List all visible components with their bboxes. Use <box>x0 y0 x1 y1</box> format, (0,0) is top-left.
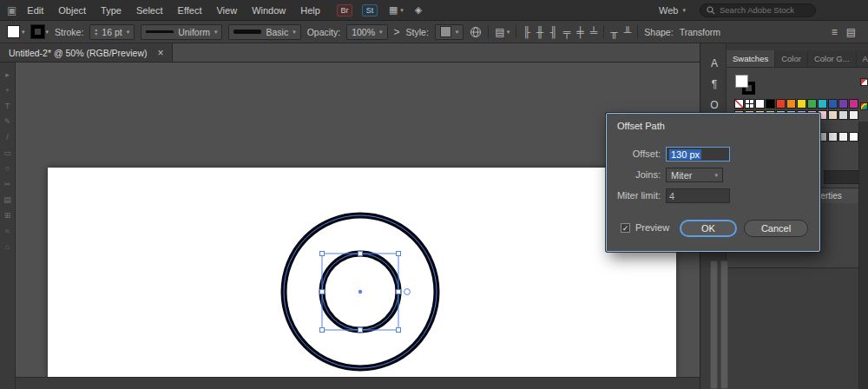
search-input[interactable] <box>720 5 809 15</box>
brush-dropdown[interactable]: Basic ▾ <box>228 24 300 40</box>
libraries-panel-icon[interactable] <box>860 78 868 86</box>
hamburger-menu-icon[interactable]: ≡ <box>832 26 838 38</box>
swatch[interactable] <box>755 99 765 109</box>
stock-icon[interactable]: St <box>362 4 378 16</box>
swatch[interactable] <box>818 99 827 109</box>
selection-handle-sw[interactable] <box>320 328 325 333</box>
swatch[interactable] <box>828 132 838 142</box>
selection-handle-s[interactable] <box>358 328 363 333</box>
close-icon[interactable]: × <box>157 48 163 58</box>
selection-tool[interactable]: ▸ <box>5 71 10 79</box>
tab-color-guide[interactable]: Color G... <box>808 50 857 68</box>
offset-input[interactable]: 130 px <box>666 147 730 162</box>
menu-effect[interactable]: Effect <box>171 0 209 21</box>
fill-proxy-icon[interactable] <box>735 75 748 88</box>
swatch[interactable] <box>849 110 858 120</box>
color-themes-panel-icon[interactable] <box>860 102 868 110</box>
fill-color-control[interactable]: ▾ <box>7 25 25 38</box>
width-profile-dropdown[interactable]: Uniform ▾ <box>141 24 222 40</box>
selection-handle-w[interactable] <box>320 290 325 294</box>
distribute-horizontal-icon[interactable]: ╨ <box>624 26 632 38</box>
swatch-registration-icon[interactable] <box>745 99 754 109</box>
selection-handle-ne[interactable] <box>397 252 401 256</box>
opacity-dropdown[interactable]: 100% ▾ <box>346 24 387 40</box>
preview-checkbox[interactable]: ✓ <box>621 223 630 233</box>
pen-tool[interactable]: ✎ <box>4 118 11 126</box>
align-middle-icon[interactable]: ╪ <box>576 26 584 38</box>
horizontal-scrollbar-track[interactable] <box>16 377 700 389</box>
swatch[interactable] <box>828 110 838 120</box>
dock-divider-bar[interactable] <box>710 260 718 389</box>
swatch[interactable] <box>766 99 775 109</box>
dock-divider-bar[interactable] <box>720 260 728 389</box>
type-tool[interactable]: T <box>5 102 10 110</box>
live-shape-widget[interactable] <box>404 289 411 295</box>
transform-link[interactable]: Transform <box>680 27 720 37</box>
direct-selection-tool[interactable]: + <box>5 87 10 95</box>
swatch[interactable] <box>849 99 858 109</box>
fill-swatch <box>7 25 20 38</box>
share-icon[interactable]: ◈ <box>415 4 422 16</box>
ellipse-tool[interactable]: ○ <box>5 165 10 173</box>
menu-help[interactable]: Help <box>293 0 327 21</box>
tab-color[interactable]: Color <box>775 50 808 68</box>
center-point[interactable] <box>358 290 362 293</box>
tab-align[interactable]: Align <box>857 50 868 68</box>
opentype-panel-icon[interactable]: O <box>707 99 722 113</box>
menu-view[interactable]: View <box>209 0 244 21</box>
miter-limit-input[interactable]: 4 <box>666 188 730 203</box>
menu-window[interactable]: Window <box>245 0 293 21</box>
swatch[interactable] <box>838 110 848 120</box>
align-center-icon[interactable]: ╫ <box>536 26 544 38</box>
stroke-color-control[interactable]: ▾ <box>31 25 49 38</box>
document-setup-globe-icon[interactable] <box>470 26 482 38</box>
menu-object[interactable]: Object <box>51 0 93 21</box>
line-tool[interactable]: / <box>6 134 9 142</box>
arrange-documents-icon[interactable]: ▦▾ <box>389 4 404 16</box>
swatch[interactable] <box>838 132 848 142</box>
swatch[interactable] <box>797 99 806 109</box>
joins-dropdown[interactable]: Miter ▾ <box>666 168 723 182</box>
swatch-none-icon[interactable] <box>734 99 744 109</box>
canvas[interactable] <box>16 63 700 389</box>
menu-select[interactable]: Select <box>129 0 170 21</box>
ok-button[interactable]: OK <box>680 220 737 237</box>
align-top-icon[interactable]: ╤ <box>563 26 571 38</box>
rectangle-tool[interactable]: ▭ <box>3 149 11 157</box>
selection-handle-nw[interactable] <box>320 252 325 256</box>
menu-edit[interactable]: Edit <box>20 0 50 21</box>
swatch[interactable] <box>786 99 796 109</box>
style-dropdown[interactable]: ▾ <box>435 24 464 40</box>
swatch[interactable] <box>849 132 858 142</box>
swatch[interactable] <box>838 99 848 109</box>
distribute-vertical-icon[interactable]: ╥ <box>610 26 618 38</box>
grid-tool[interactable]: ⊞ <box>4 212 11 220</box>
menu-type[interactable]: Type <box>94 0 128 21</box>
selection-handle-e[interactable] <box>397 290 401 294</box>
mesh-tool[interactable]: ▤ <box>3 196 11 204</box>
document-tab[interactable]: Untitled-2* @ 50% (RGB/Preview) × <box>0 43 173 62</box>
tools-panel: ▸ + T ✎ / ▭ ○ ✂ ▤ ⊞ ≈ ⌂ <box>0 63 16 389</box>
paragraph-panel-icon[interactable]: ¶ <box>707 78 722 92</box>
swatch[interactable] <box>828 99 838 109</box>
panel-options-control[interactable]: ▤▾ <box>495 26 510 38</box>
stock-search-field[interactable] <box>700 3 816 17</box>
cancel-button[interactable]: Cancel <box>744 220 808 237</box>
tab-swatches[interactable]: Swatches <box>727 50 775 68</box>
bridge-icon[interactable]: Br <box>337 4 352 16</box>
panel-grid-icon[interactable]: ▤ <box>846 26 856 38</box>
align-left-icon[interactable]: ╟ <box>523 26 530 38</box>
align-bottom-icon[interactable]: ╧ <box>590 26 598 38</box>
selection-handle-se[interactable] <box>397 328 401 333</box>
selection-handle-n[interactable] <box>358 252 363 256</box>
align-right-icon[interactable]: ╢ <box>549 26 557 38</box>
character-panel-icon[interactable]: A <box>707 57 722 71</box>
workspace-switcher[interactable]: Web▾ <box>659 5 686 16</box>
app-icon[interactable]: ▣ <box>7 4 16 16</box>
swatch[interactable] <box>807 99 817 109</box>
swatch[interactable] <box>776 99 786 109</box>
stroke-width-dropdown[interactable]: ▴▾ 16 pt ▾ <box>89 24 135 40</box>
warp-tool[interactable]: ≈ <box>5 227 10 235</box>
scissors-tool[interactable]: ✂ <box>4 181 11 188</box>
artboard-tool[interactable]: ⌂ <box>5 243 10 251</box>
